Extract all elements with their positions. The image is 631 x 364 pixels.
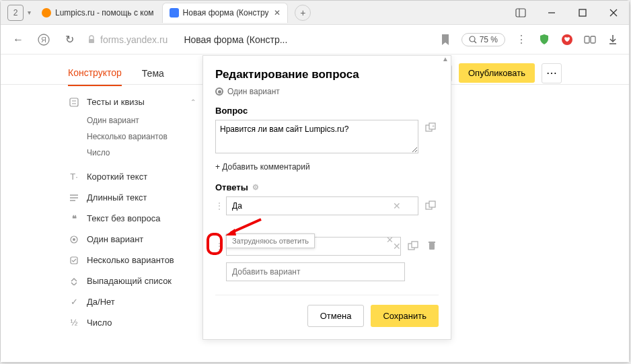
zoom-value: 75 % [480,35,498,44]
yandex-home-icon[interactable]: Я [36,32,52,48]
tooltip: Затрудняюсь ответить [226,233,315,248]
svg-rect-32 [429,243,435,250]
drag-handle-icon[interactable]: ⋮⋮ [215,242,222,251]
browser-tab-active[interactable]: Новая форма (Констру ✕ [162,3,289,23]
page-title: Новая форма (Констр... [184,34,429,45]
sidebar-toggle-icon[interactable] [505,1,536,25]
sidebar-item-label: Да/Нет [87,297,115,307]
sidebar-sub-item[interactable]: Один вариант [68,112,196,129]
short-text-icon: T· [68,172,80,182]
sidebar-group-label: Тесты и квизы [87,97,145,107]
tooltip-close-icon[interactable]: ✕ [386,235,394,245]
clear-icon[interactable]: ✕ [393,241,401,252]
close-icon[interactable]: ✕ [274,8,281,17]
delete-icon[interactable] [425,238,439,254]
menu-dots-icon[interactable]: ⋮ [515,33,528,46]
sidebar-item-dropdown[interactable]: Выпадающий список [68,270,196,291]
bookmark-icon[interactable] [439,33,452,46]
more-button[interactable]: ⋯ [542,63,562,83]
translate-icon[interactable] [422,198,439,214]
svg-point-9 [470,36,475,42]
reload-button[interactable]: ↻ [61,32,77,48]
url-host: forms.yandex.ru [100,34,168,45]
answer-input[interactable] [226,196,418,215]
sidebar-group-tests[interactable]: Тесты и квизы ⌃ [68,92,196,112]
svg-rect-0 [516,9,525,17]
svg-rect-24 [71,257,77,264]
download-icon[interactable] [606,33,620,46]
tab-counter[interactable]: 2 [7,5,24,21]
svg-text:+: + [432,124,435,129]
zoom-icon [469,36,477,44]
sidebar-item-label: Короткий текст [87,172,147,182]
translate-icon[interactable]: + [422,120,439,136]
long-text-icon [68,194,80,202]
tab-constructor[interactable]: Конструктор [68,61,122,86]
add-answer-input[interactable] [226,262,405,281]
sidebar-item-single-choice[interactable]: Один вариант [68,229,196,250]
browser-tab[interactable]: Lumpics.ru - помощь с ком [35,3,161,23]
sidebar-sub-item[interactable]: Число [68,145,196,161]
svg-point-23 [73,238,75,241]
add-comment-link[interactable]: + Добавить комментарий [215,162,310,172]
question-textarea[interactable]: Нравится ли вам сайт Lumpics.ru? [215,120,418,153]
svg-rect-29 [429,201,435,207]
gear-icon[interactable]: ⚙ [252,183,259,192]
drag-handle-icon[interactable]: ⋮⋮ [215,201,222,211]
svg-rect-13 [591,36,595,43]
svg-text:Я: Я [41,36,46,44]
tab-label: Lumpics.ru - помощь с ком [55,8,154,17]
sidebar-item-short-text[interactable]: T· Короткий текст [68,166,196,187]
sidebar-item-multi-choice[interactable]: Несколько вариантов [68,250,196,270]
shield-icon[interactable] [537,33,551,46]
sidebar-item-yes-no[interactable]: ✓ Да/Нет [68,291,196,312]
sidebar-item-number[interactable]: ½ Число [68,312,196,333]
scrollbar-up-icon[interactable]: ▲ [442,55,449,63]
quote-icon: ❝ [68,213,80,223]
sidebar-item-label: Число [87,318,112,328]
question-types-sidebar: Тесты и квизы ⌃ Один вариант Несколько в… [68,92,196,333]
check-icon: ✓ [68,297,80,307]
extensions-icon[interactable] [583,33,597,46]
dropdown-icon [68,277,80,285]
zoom-indicator[interactable]: 75 % [461,33,505,46]
sidebar-item-label: Длинный текст [87,192,147,203]
new-tab-button[interactable]: + [295,5,311,21]
checkbox-icon [68,256,80,264]
svg-line-10 [474,41,476,43]
sidebar-item-label: Выпадающий список [87,276,172,286]
answers-section-label: Ответы ⚙ [215,182,439,192]
lock-icon [87,35,96,44]
maximize-button[interactable] [567,1,598,25]
question-type-label: Один вариант [227,87,280,96]
question-section-label: Вопрос [215,106,439,116]
answer-row: ⋮⋮ ✕ [215,196,439,215]
edit-question-modal: Редактирование вопроса Один вариант Вопр… [202,55,451,340]
number-icon: ½ [68,318,80,328]
address-bar: ← Я ↻ forms.yandex.ru Новая форма (Конст… [1,25,629,54]
svg-rect-8 [89,39,94,43]
clear-icon[interactable]: ✕ [393,201,401,211]
question-type-indicator: Один вариант [215,87,439,96]
cancel-button[interactable]: Отмена [307,305,365,327]
sidebar-item-text-no-question[interactable]: ❝ Текст без вопроса [68,208,196,229]
radio-icon [68,235,80,244]
sidebar-item-label: Несколько вариантов [87,255,174,265]
back-button[interactable]: ← [10,32,26,48]
tab-theme[interactable]: Тема [142,61,164,85]
favicon-icon [42,8,51,17]
minimize-button[interactable] [536,1,567,25]
sidebar-sub-item[interactable]: Несколько вариантов [68,129,196,145]
tab-history-icon[interactable]: ▾ [28,9,31,16]
translate-icon[interactable] [405,238,421,254]
save-button[interactable]: Сохранить [371,305,439,327]
favicon-icon [170,8,179,17]
publish-button[interactable]: Опубликовать [459,63,535,83]
svg-rect-3 [579,9,586,16]
url-display[interactable]: forms.yandex.ru [87,34,168,45]
svg-rect-31 [412,242,418,248]
page-content: Конструктор Тема отр Опубликовать ⋯ Тест… [1,55,629,362]
adblock-icon[interactable] [560,33,574,46]
sidebar-item-long-text[interactable]: Длинный текст [68,187,196,208]
close-window-button[interactable] [598,1,629,25]
